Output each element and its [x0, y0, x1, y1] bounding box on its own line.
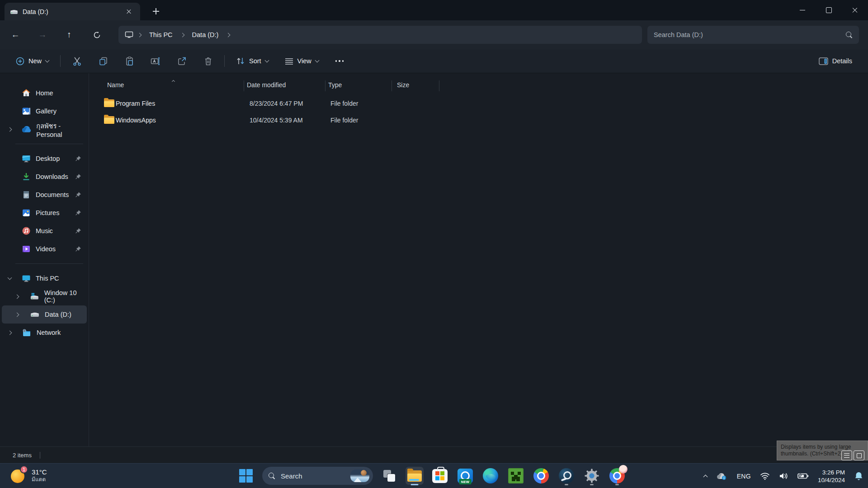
view-toggles: [841, 450, 864, 460]
file-list: Name Date modified Type Size Program Fil…: [90, 73, 868, 446]
chrome-button[interactable]: [532, 467, 550, 485]
more-options-button[interactable]: [330, 60, 349, 62]
wifi-icon[interactable]: [760, 472, 770, 480]
close-button[interactable]: [842, 0, 868, 20]
breadcrumb-this-pc[interactable]: This PC: [146, 29, 176, 40]
language-indicator[interactable]: ENG: [737, 473, 751, 480]
column-resizer[interactable]: [439, 80, 439, 91]
desktop-icon: [22, 154, 31, 163]
details-view-button[interactable]: [841, 450, 852, 460]
forward-button[interactable]: →: [34, 27, 51, 43]
refresh-button[interactable]: [89, 27, 105, 43]
sidebar-item-this-pc[interactable]: This PC: [2, 269, 87, 287]
expand-chevron-icon[interactable]: [15, 312, 19, 317]
file-explorer-icon: [407, 470, 422, 482]
volume-icon[interactable]: [779, 472, 788, 480]
sidebar-item-documents[interactable]: Documents: [2, 186, 87, 204]
column-resizer[interactable]: [392, 80, 392, 91]
sidebar-item-gallery[interactable]: Gallery: [2, 102, 87, 120]
pin-icon: [75, 155, 81, 162]
file-row-program-files[interactable]: Program Files 8/23/2024 6:47 PM File fol…: [92, 95, 864, 112]
sidebar-item-home[interactable]: Home: [2, 84, 87, 102]
column-header-name[interactable]: Name: [107, 81, 124, 89]
outlook-new-badge: NEW: [459, 479, 472, 484]
sidebar-item-label: Window 10 (C:): [44, 289, 87, 304]
breadcrumb-chevron-icon: [137, 33, 142, 37]
sidebar-item-label: Documents: [36, 191, 69, 198]
breadcrumb[interactable]: This PC Data (D:): [118, 26, 642, 44]
collapse-chevron-icon[interactable]: [8, 275, 12, 280]
start-button[interactable]: [237, 467, 255, 485]
title-bar: Data (D:): [0, 0, 868, 20]
pin-icon: [75, 246, 81, 252]
breadcrumb-data-d[interactable]: Data (D:): [189, 29, 222, 40]
view-button-label: View: [297, 57, 311, 65]
task-view-button[interactable]: [380, 467, 398, 485]
column-resizer[interactable]: [244, 80, 244, 91]
sunny-weather-icon: 1: [10, 467, 27, 484]
minimize-button[interactable]: [789, 0, 816, 20]
settings-button[interactable]: [583, 467, 601, 485]
delete-button[interactable]: [198, 52, 218, 70]
active-indicator: [411, 484, 419, 485]
onedrive-tray-icon[interactable]: [716, 472, 728, 480]
sidebar-item-desktop[interactable]: Desktop: [2, 150, 87, 168]
column-header-date[interactable]: Date modified: [247, 81, 286, 89]
search-input[interactable]: Search Data (D:): [647, 26, 859, 44]
column-header-size[interactable]: Size: [397, 81, 409, 89]
sidebar-item-drive-c[interactable]: Window 10 (C:): [2, 287, 87, 305]
copy-button[interactable]: [93, 52, 113, 70]
expand-chevron-icon[interactable]: [8, 127, 12, 131]
weather-widget[interactable]: 1 31°C มีแดด: [6, 466, 51, 485]
cut-button[interactable]: [67, 52, 87, 70]
sidebar-item-drive-d[interactable]: Data (D:): [2, 305, 87, 324]
clock[interactable]: 3:26 PM 10/4/2024: [818, 469, 845, 484]
sidebar-item-network[interactable]: Network: [2, 324, 87, 342]
chrome-profile-button[interactable]: [608, 467, 626, 485]
new-button[interactable]: New: [11, 54, 54, 69]
outlook-button[interactable]: NEW: [456, 467, 474, 485]
file-explorer-taskbar-button[interactable]: [406, 467, 424, 485]
column-header-type[interactable]: Type: [328, 81, 342, 89]
details-pane-button[interactable]: Details: [814, 54, 857, 68]
sidebar-item-music[interactable]: Music: [2, 222, 87, 240]
search-icon[interactable]: [846, 32, 853, 38]
file-row-windowsapps[interactable]: WindowsApps 10/4/2024 5:39 AM File folde…: [92, 112, 864, 128]
steam-button[interactable]: [557, 467, 576, 485]
edge-icon: [483, 468, 498, 483]
sidebar-item-label: Home: [36, 89, 53, 97]
minecraft-icon: [508, 468, 524, 483]
tab-close-icon[interactable]: [123, 6, 135, 18]
notification-center-button[interactable]: [854, 471, 863, 481]
microsoft-store-button[interactable]: [431, 467, 449, 485]
expand-chevron-icon[interactable]: [8, 330, 12, 335]
thumbnails-view-button[interactable]: [854, 450, 864, 460]
this-pc-icon: [22, 274, 31, 283]
new-tab-button[interactable]: [149, 5, 163, 18]
tray-overflow-button[interactable]: [704, 474, 707, 479]
maximize-button[interactable]: [816, 0, 842, 20]
back-button[interactable]: ←: [7, 27, 24, 43]
edge-button[interactable]: [481, 467, 500, 485]
explorer-tab[interactable]: Data (D:): [5, 3, 140, 20]
breadcrumb-chevron-icon[interactable]: [226, 33, 231, 37]
sidebar-item-onedrive[interactable]: กุลพัชร - Personal: [2, 120, 87, 138]
rename-button[interactable]: [146, 52, 165, 70]
up-button[interactable]: ↑: [61, 27, 77, 43]
task-view-icon: [383, 470, 395, 482]
share-button[interactable]: [172, 52, 192, 70]
taskbar-search[interactable]: Search: [262, 467, 373, 485]
bing-daily-image[interactable]: [350, 469, 369, 482]
expand-chevron-icon[interactable]: [15, 294, 19, 299]
view-button[interactable]: View: [280, 54, 324, 68]
sidebar-item-pictures[interactable]: Pictures: [2, 204, 87, 222]
status-bar: 2 items Displays items by using large th…: [0, 446, 868, 463]
paste-button[interactable]: [119, 52, 139, 70]
battery-charging-icon[interactable]: [797, 473, 809, 479]
minecraft-button[interactable]: [507, 467, 525, 485]
delete-icon: [203, 56, 213, 66]
column-resizer[interactable]: [325, 80, 326, 91]
sidebar-item-videos[interactable]: Videos: [2, 240, 87, 258]
sidebar-item-downloads[interactable]: Downloads: [2, 168, 87, 186]
sort-button[interactable]: Sort: [231, 54, 274, 68]
